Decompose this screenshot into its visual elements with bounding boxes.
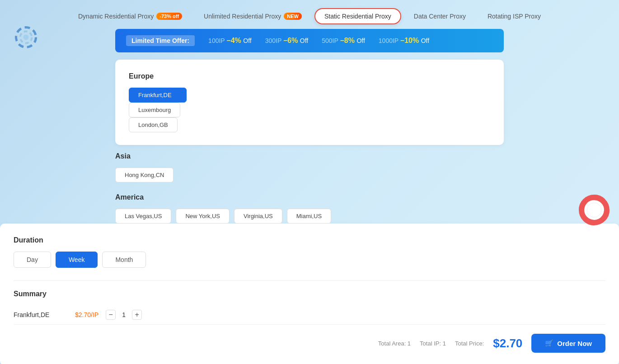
footer-info: Total Area: 1 Total IP: 1 Total Price: [378, 340, 484, 347]
nav-static-label: Static Residential Proxy [324, 13, 391, 20]
total-ip: Total IP: 1 [420, 340, 446, 347]
summary-plus[interactable]: + [132, 310, 142, 320]
order-label: Order Now [557, 340, 592, 347]
region-europe: Europe Frankfurt,DE − 1 + Luxembourg Lon… [129, 72, 490, 132]
top-nav: Dynamic Residential Proxy -73% off Unlim… [0, 0, 619, 29]
duration-week[interactable]: Week [56, 252, 98, 268]
nav-unlimited-badge: NEW [284, 13, 302, 20]
nav-unlimited[interactable]: Unlimited Residential Proxy NEW [195, 9, 311, 23]
nav-datacenter-label: Data Center Proxy [414, 13, 466, 20]
order-icon: 🛒 [545, 339, 553, 347]
nav-isp[interactable]: Rotating ISP Proxy [478, 9, 550, 23]
location-luxembourg[interactable]: Luxembourg [129, 103, 180, 117]
region-asia-title: Asia [115, 152, 504, 160]
nav-static[interactable]: Static Residential Proxy [314, 8, 401, 24]
duration-panel: Duration Day Week Month Summary Frankfur… [0, 224, 619, 364]
summary-location: Frankfurt,DE [14, 311, 68, 318]
nav-unlimited-label: Unlimited Residential Proxy [204, 13, 281, 20]
nav-dynamic-badge: -73% off [156, 13, 182, 20]
frankfurt-minus[interactable]: − [191, 88, 200, 97]
locations-panel: Europe Frankfurt,DE − 1 + Luxembourg Lon… [115, 60, 504, 145]
europe-grid: Frankfurt,DE − 1 + [129, 88, 490, 103]
region-america: America Las Vegas,US New York,US Virgini… [115, 193, 504, 224]
location-lasvegas[interactable]: Las Vegas,US [115, 209, 171, 224]
region-europe-title: Europe [129, 72, 490, 80]
location-frankfurt[interactable]: Frankfurt,DE [129, 88, 187, 103]
order-now-button[interactable]: 🛒 Order Now [531, 334, 605, 353]
offer-item-1000: 1000IP −10% Off [379, 37, 429, 45]
duration-day[interactable]: Day [14, 252, 51, 268]
total-price-label: Total Price: [455, 340, 484, 347]
nav-dynamic[interactable]: Dynamic Residential Proxy -73% off [69, 9, 191, 23]
region-america-title: America [115, 193, 504, 201]
asia-grid: Hong Kong,CN [115, 168, 504, 182]
total-area: Total Area: 1 [378, 340, 411, 347]
offer-label: Limited Time Offer: [126, 35, 195, 46]
duration-month[interactable]: Month [102, 252, 146, 268]
nav-datacenter[interactable]: Data Center Proxy [405, 9, 475, 23]
summary-title: Summary [14, 290, 605, 298]
duration-title: Duration [14, 236, 605, 244]
location-miami[interactable]: Miami,US [287, 209, 331, 224]
offer-item-300: 300IP −6% Off [265, 37, 309, 45]
duration-buttons: Day Week Month [14, 252, 605, 268]
location-hongkong[interactable]: Hong Kong,CN [115, 168, 174, 182]
summary-row-frankfurt: Frankfurt,DE $2.70/IP − 1 + [14, 305, 605, 325]
location-london[interactable]: London,GB [129, 117, 178, 132]
summary-footer: Total Area: 1 Total IP: 1 Total Price: $… [14, 325, 605, 353]
logo-left [14, 25, 38, 50]
summary-qty-control: − 1 + [106, 310, 142, 320]
summary-qty: 1 [119, 311, 128, 318]
america-grid: Las Vegas,US New York,US Virginia,US Mia… [115, 209, 504, 224]
svg-point-2 [23, 35, 29, 40]
nav-dynamic-label: Dynamic Residential Proxy [78, 13, 154, 20]
offer-banner: Limited Time Offer: 100IP −4% Off 300IP … [115, 29, 504, 52]
logo-right [578, 194, 610, 226]
svg-point-5 [587, 203, 601, 217]
total-price: $2.70 [493, 336, 522, 350]
summary-price: $2.70/IP [75, 311, 98, 318]
region-asia: Asia Hong Kong,CN [115, 152, 504, 182]
offer-item-100: 100IP −4% Off [208, 37, 252, 45]
nav-isp-label: Rotating ISP Proxy [488, 13, 541, 20]
offer-item-500: 500IP −8% Off [322, 37, 365, 45]
location-newyork[interactable]: New York,US [176, 209, 230, 224]
frankfurt-qty: 1 [205, 88, 212, 103]
location-virginia[interactable]: Virginia,US [234, 209, 282, 224]
frankfurt-plus[interactable]: + [216, 88, 225, 97]
summary-minus[interactable]: − [106, 310, 116, 320]
